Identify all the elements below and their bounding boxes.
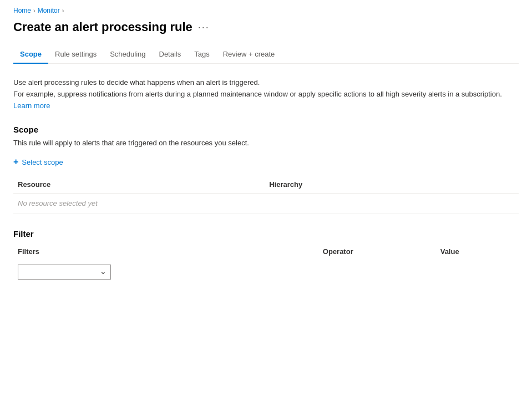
value-col-header: Value [436,244,519,260]
tab-scope[interactable]: Scope [13,45,48,64]
value-cell [436,260,519,284]
resource-table-header-row: Resource Hierarchy [13,177,519,194]
breadcrumb-monitor[interactable]: Monitor [38,7,60,14]
filter-section-title: Filter [13,229,519,238]
breadcrumb: Home › Monitor › [13,7,519,14]
page-title: Create an alert processing rule [13,20,192,34]
select-scope-label: Select scope [22,158,63,166]
page-title-menu[interactable]: ··· [198,22,210,33]
resource-col-header: Resource [13,177,265,194]
hierarchy-col-header: Hierarchy [265,177,519,194]
filter-dropdown-select[interactable] [18,265,111,280]
page-container: Home › Monitor › Create an alert process… [0,0,532,297]
operator-col-header: Operator [318,244,436,260]
breadcrumb-sep-2: › [62,7,64,14]
scope-section: Scope This rule will apply to alerts tha… [13,125,519,214]
filter-dropdown-cell [13,260,318,284]
scope-description: This rule will apply to alerts that are … [13,139,519,147]
tab-scheduling[interactable]: Scheduling [103,45,152,64]
breadcrumb-sep-1: › [33,7,36,14]
select-scope-button[interactable]: + Select scope [13,155,63,169]
learn-more-link[interactable]: Learn more [13,101,50,110]
intro-section: Use alert processing rules to decide wha… [13,77,519,111]
intro-line2: For example, suppress notifications from… [13,89,519,112]
filters-col-header: Filters [13,244,318,260]
intro-line1: Use alert processing rules to decide wha… [13,77,519,89]
tab-tags[interactable]: Tags [188,45,216,64]
filter-table-header-row: Filters Operator Value [13,244,519,260]
resource-table: Resource Hierarchy No resource selected … [13,177,519,214]
tabs-container: Scope Rule settings Scheduling Details T… [13,45,519,64]
tab-rule-settings[interactable]: Rule settings [48,45,103,64]
resource-empty-row: No resource selected yet [13,194,519,214]
no-resource-message: No resource selected yet [13,194,519,214]
filter-section: Filter Filters Operator Value [13,229,519,284]
filter-input-row [13,260,519,284]
filter-table: Filters Operator Value [13,244,519,284]
filter-dropdown-wrapper[interactable] [18,265,111,280]
page-title-row: Create an alert processing rule ··· [13,20,519,34]
tab-details[interactable]: Details [153,45,188,64]
tab-review-create[interactable]: Review + create [216,45,282,64]
scope-section-title: Scope [13,125,519,134]
breadcrumb-home[interactable]: Home [13,7,31,14]
plus-icon: + [13,157,18,167]
operator-cell [318,260,436,284]
